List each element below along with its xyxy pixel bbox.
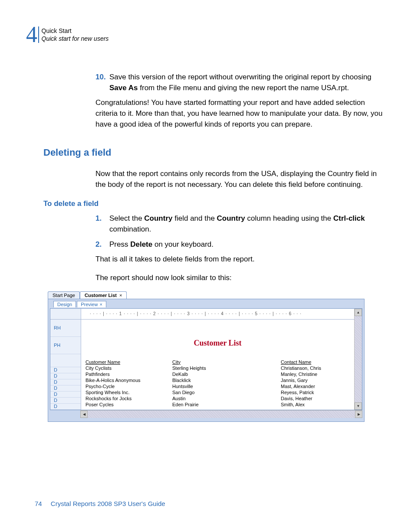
scroll-left-icon[interactable]: ◀ <box>80 411 88 418</box>
table-row: Rockshocks for JocksAustinDavis, Heather <box>81 395 354 401</box>
chapter-header: 4 Quick Start Quick start for new users <box>26 23 388 46</box>
scroll-down-icon[interactable]: ▼ <box>355 402 362 410</box>
step-2: 2. Press Delete on your keyboard. <box>95 239 388 250</box>
heading-to-delete: To delete a field <box>43 199 388 208</box>
page-footer: 74 Crystal Reports 2008 SP3 User's Guide <box>35 500 388 507</box>
table-row: Poser CyclesEden PrairieSmith, Alex <box>81 401 354 408</box>
section-d: D <box>50 392 81 398</box>
scroll-track[interactable] <box>355 316 362 402</box>
close-icon[interactable]: × <box>99 302 102 307</box>
close-icon[interactable]: × <box>119 293 122 298</box>
section-d: D <box>50 373 81 379</box>
report-title: Customer List <box>81 339 354 348</box>
delete-intro: Now that the report contains only record… <box>95 169 388 190</box>
tab-design[interactable]: Design <box>53 301 76 307</box>
scrollbar-horizontal[interactable]: ◀ ▶ <box>80 410 362 418</box>
after-1: That is all it takes to delete fields fr… <box>95 254 388 265</box>
col-header-customer-name: Customer Name <box>81 359 172 365</box>
chapter-divider <box>38 26 39 43</box>
table-row: Bike-A-Holics AnonymousBlacklickJannis, … <box>81 377 354 383</box>
header-row: Customer Name City Contact Name <box>81 359 354 365</box>
section-d: D <box>50 398 81 404</box>
section-d: D <box>50 367 81 373</box>
page-number: 74 <box>35 500 42 507</box>
step-10: 10. Save this version of the report with… <box>95 72 388 93</box>
section-d: D <box>50 404 81 410</box>
scroll-track[interactable] <box>88 411 355 418</box>
step-text: Select the Country field and the Country… <box>109 213 388 235</box>
step-text: Press Delete on your keyboard. <box>109 239 388 250</box>
section-d: D <box>50 379 81 385</box>
step-text: Save this version of the report without … <box>109 72 388 93</box>
tab-start-page[interactable]: Start Page <box>48 291 80 299</box>
after-2: The report should now look similar to th… <box>95 273 388 284</box>
report-screenshot: Start Page Customer List× Design Preview… <box>48 291 365 422</box>
col-header-contact-name: Contact Name <box>281 359 354 365</box>
step-number: 10. <box>95 72 109 93</box>
col-header-city: City <box>172 359 281 365</box>
step-number: 1. <box>95 213 109 235</box>
section-ph: PH <box>50 337 81 354</box>
congrats-paragraph: Congratulations! You have started format… <box>95 98 388 130</box>
chapter-title: Quick Start <box>42 27 109 35</box>
section-rh: RH <box>50 320 81 337</box>
section-d: D <box>50 385 81 392</box>
tab-customer-list[interactable]: Customer List× <box>80 291 127 299</box>
book-title: Crystal Reports 2008 SP3 User's Guide <box>51 500 165 507</box>
scrollbar-vertical[interactable]: ▲ ▼ <box>354 309 362 410</box>
table-row: Psycho-CycleHuntsvilleMast, Alexander <box>81 383 354 389</box>
table-row: City CyclistsSterling HeightsChristianso… <box>81 365 354 371</box>
chapter-number: 4 <box>26 23 37 46</box>
step-1: 1. Select the Country field and the Coun… <box>95 213 388 235</box>
heading-deleting-field: Deleting a field <box>43 147 388 158</box>
table-row: PathfindersDeKalbManley, Christine <box>81 371 354 377</box>
table-row: Sporting Wheels Inc.San DiegoReyess, Pat… <box>81 389 354 395</box>
chapter-subtitle: Quick start for new users <box>42 35 109 42</box>
ruler: · · · · | · · · · 1 · · · · | · · · · 2 … <box>81 309 354 320</box>
tab-preview[interactable]: Preview× <box>77 301 106 307</box>
scroll-right-icon[interactable]: ▶ <box>355 411 362 418</box>
scroll-up-icon[interactable]: ▲ <box>355 309 362 316</box>
step-number: 2. <box>95 239 109 250</box>
section-gutter: RH PH D D D D D D D <box>50 309 81 410</box>
